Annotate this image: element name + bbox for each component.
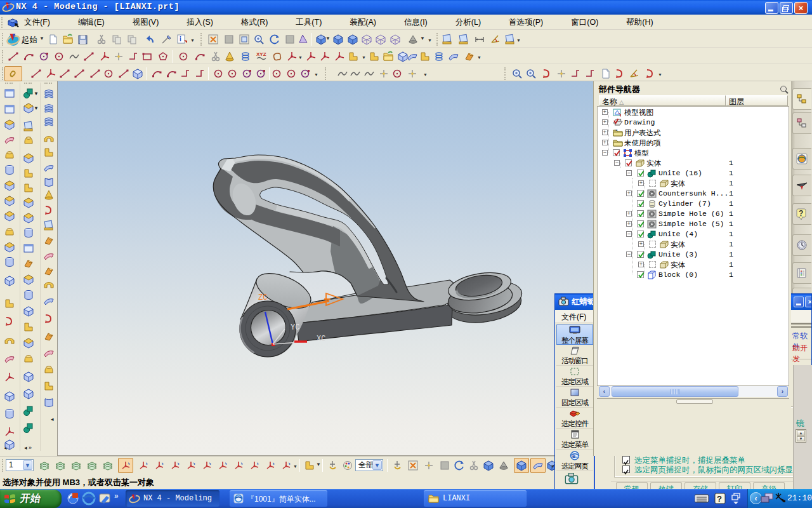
svg-text:?: ? bbox=[799, 209, 803, 218]
svg-text:=: = bbox=[615, 128, 618, 132]
svg-text:e: e bbox=[572, 453, 575, 459]
svg-text:?: ? bbox=[717, 494, 722, 504]
svg-text:ZC: ZC bbox=[258, 293, 267, 302]
svg-text:YC: YC bbox=[291, 323, 299, 332]
svg-text:XC: XC bbox=[317, 335, 325, 344]
